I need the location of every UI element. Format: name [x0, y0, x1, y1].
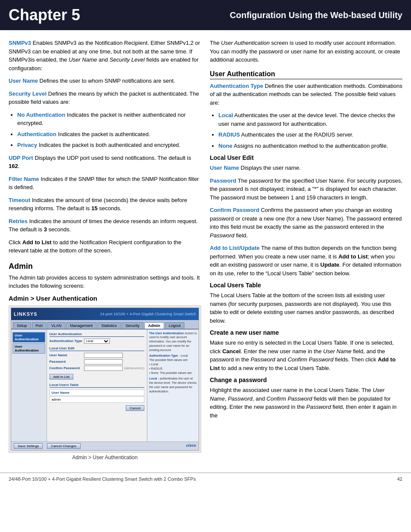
username-paragraph: User Name Defines the user to whom SNMP … [9, 77, 201, 85]
retries-text: Indicates the amount of times the device… [9, 218, 198, 233]
bullet-no-auth: No Authentication Indicates the packet i… [17, 111, 201, 128]
footer-right: 42 [397, 476, 402, 482]
confirm-text2: field. [234, 232, 248, 239]
ss-tab-port[interactable]: Port [32, 322, 47, 329]
local-users-table-heading: Local Users Table [210, 282, 402, 289]
ss-local-users-label: Local Users Table [50, 383, 145, 388]
intro-text: The [210, 40, 221, 46]
ss-tab-mgmt[interactable]: Management [66, 322, 97, 329]
ss-sidebar-item2[interactable]: User Authentication [12, 343, 45, 354]
ss-cancel-changes-button[interactable]: Cancel Changes [47, 443, 80, 449]
ss-sidebar: User Authentication User Authentication [11, 330, 47, 442]
ss-logo: LINKSYS [14, 311, 37, 317]
filter-paragraph: Filter Name Indicates if the SNMP filter… [9, 175, 201, 192]
create-user-heading: Create a new user name [210, 329, 402, 336]
page-title: Configuration Using the Web-based Utilit… [230, 10, 402, 20]
change-password-text3: , and [252, 395, 267, 402]
radius-label: RADIUS [218, 131, 240, 138]
ss-body: User Authentication User Authentication … [11, 330, 199, 442]
password-text: The password for the specified User Name… [210, 177, 402, 201]
admin-heading: Admin [9, 262, 201, 271]
ss-tab-security[interactable]: Security [121, 322, 143, 329]
none-label: None [218, 143, 233, 149]
ss-password-input[interactable] [84, 359, 123, 364]
snmpv3-italic1: User Name [68, 56, 97, 63]
footer-left: 24/48-Port 10/100 + 4-Port Gigabit Resil… [9, 476, 196, 482]
create-user-text6: to add a new entry to the Local Users Ta… [220, 365, 330, 371]
ss-tab-admin[interactable]: Admin [144, 322, 164, 329]
left-column: SNMPv3 Enables SNMPv3 as the Notificatio… [9, 39, 201, 464]
security-label: Security Level [9, 90, 47, 97]
radius-text: Authenticates the user at the RADIUS ser… [240, 131, 354, 138]
screenshot-caption: Admin > User Authentication [9, 454, 201, 460]
add-to-list-inline: Add to List [22, 239, 52, 246]
add-update-label: Add to List/Update [210, 245, 260, 251]
udp-text2: . [18, 163, 20, 169]
page-header: Chapter 5 Configuration Using the Web-ba… [0, 0, 411, 30]
ss-local-users-section: Local Users Table User Name admin Cancel [50, 383, 145, 411]
username-text: Defines the user to whom SNMP notificati… [38, 78, 175, 84]
ss-placeholder-text: (alphanumeric) [125, 367, 145, 370]
ss-save-button[interactable]: Save Settings [14, 443, 43, 449]
ss-confirm-input[interactable] [84, 366, 123, 371]
main-content: SNMPv3 Enables SNMPv3 as the Notificatio… [0, 30, 411, 473]
click-paragraph: Click Add to List to add the Notificatio… [9, 238, 201, 255]
confirm-italic3: Confirm Password [267, 395, 312, 402]
create-user-paragraph: Make sure no entry is selected in the Lo… [210, 339, 402, 372]
ss-confirm-row: Confirm Password (alphanumeric) [50, 366, 145, 371]
create-user-text5: fields. Then click [333, 356, 378, 363]
ss-sidebar-user-auth[interactable]: User Authentication [12, 332, 45, 342]
create-user-text4: and [275, 356, 288, 363]
local-text: Authenticates the user at the device lev… [218, 112, 395, 127]
change-password-paragraph: Highlight the associated user name in th… [210, 386, 402, 420]
ss-section-user-auth: User Authentication [50, 332, 145, 337]
user-name-italic: User Name [323, 348, 352, 355]
password-italic2: Password [228, 395, 252, 402]
confirm-label: Confirm Password [210, 207, 259, 213]
ss-auth-type-row: Authentication Type Local RADIUS None [50, 339, 145, 344]
auth-type-label: Authentication Type [210, 83, 263, 89]
user-auth-heading: User Authentication [210, 70, 402, 79]
bullet-radius: RADIUS Authenticates the user at the RAD… [218, 131, 402, 139]
ss-cancel-button[interactable]: Cancel [126, 405, 144, 411]
ss-tab-logout[interactable]: Logout [165, 322, 185, 329]
create-user-text2: . Enter the new user name in the [241, 348, 324, 355]
admin-sub-title: Admin > User Authentication [9, 295, 201, 302]
ss-tabbar: Setup Port VLAN Management Statistics Se… [11, 320, 199, 330]
add-update-paragraph: Add to List/Update The name of this butt… [210, 244, 402, 277]
change-password-heading: Change a password [210, 376, 402, 383]
retries-paragraph: Retries Indicates the amount of times th… [9, 217, 201, 234]
ss-right-text3: Local - authenticates the user at the de… [149, 376, 197, 393]
ss-tab-setup[interactable]: Setup [13, 322, 31, 329]
bullet2-label: Authentication [17, 131, 56, 137]
confirm-italic: Password [210, 232, 234, 239]
ss-add-to-list-button[interactable]: Add to List [50, 374, 74, 380]
ss-table-header-row: User Name [50, 389, 145, 396]
ss-bottom-bar: Save Settings Cancel Changes cisco [11, 442, 199, 450]
password-italic3: Password [306, 404, 331, 410]
ss-table-data-row[interactable]: admin [50, 396, 145, 403]
confirm-italic2: Confirm Password [288, 356, 333, 363]
ss-username-input[interactable] [84, 353, 123, 358]
timeout-default: 15 [91, 205, 97, 212]
ss-model: 24-port 10/100 + 4-Port Gigabit Clusteri… [100, 312, 196, 316]
bullet-local: Local Authenticates the user at the devi… [218, 111, 402, 128]
ss-confirm-label-ss: Confirm Password [50, 366, 84, 370]
ss-auth-type-select[interactable]: Local RADIUS None [84, 339, 110, 344]
snmpv3-italic2: Security Level [109, 56, 145, 63]
add-to-list2: Add to List [338, 253, 367, 260]
timeout-text2: seconds. [97, 205, 121, 212]
ss-admin-user: admin [52, 398, 61, 401]
udp-paragraph: UDP Port Displays the UDP port used to s… [9, 154, 201, 171]
ss-tab-stats[interactable]: Statistics [97, 322, 121, 329]
ss-add-button-row: Add to List [50, 373, 145, 380]
security-bullets: No Authentication Indicates the packet i… [17, 111, 201, 149]
ss-right-text1: The User Authentication screen is used t… [149, 331, 197, 352]
ss-tab-vlan[interactable]: VLAN [47, 322, 65, 329]
intro-italic: User Authentication [221, 40, 270, 46]
auth-type-paragraph: Authentication Type Defines the user aut… [210, 82, 402, 107]
admin-text: The Admin tab provides access to system … [9, 274, 201, 290]
change-password-text: Highlight the associated user name in th… [210, 387, 373, 393]
chapter-title: Chapter 5 [9, 6, 80, 24]
snmpv3-label: SNMPv3 [9, 40, 31, 46]
